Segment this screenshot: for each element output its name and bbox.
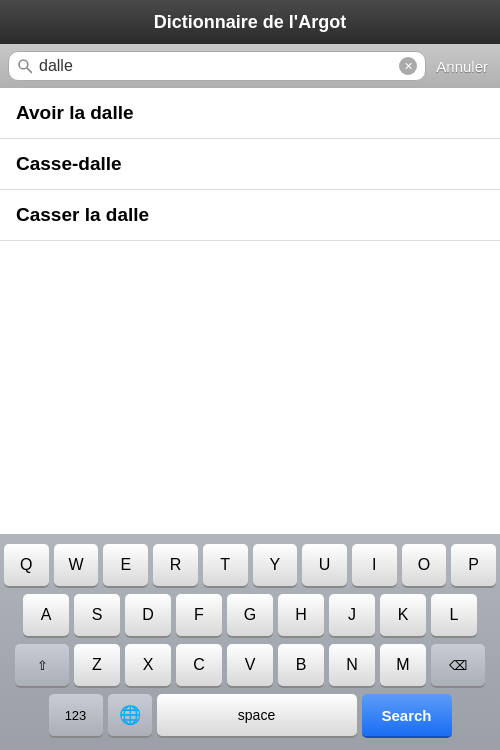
key-e[interactable]: E <box>103 544 148 586</box>
key-l[interactable]: L <box>431 594 477 636</box>
key-z[interactable]: Z <box>74 644 120 686</box>
key-d[interactable]: D <box>125 594 171 636</box>
key-y[interactable]: Y <box>253 544 298 586</box>
result-label: Casse-dalle <box>16 153 122 174</box>
search-input[interactable] <box>39 57 393 75</box>
key-s[interactable]: S <box>74 594 120 636</box>
key-h[interactable]: H <box>278 594 324 636</box>
key-i[interactable]: I <box>352 544 397 586</box>
key-b[interactable]: B <box>278 644 324 686</box>
key-a[interactable]: A <box>23 594 69 636</box>
key-r[interactable]: R <box>153 544 198 586</box>
result-label: Casser la dalle <box>16 204 149 225</box>
key-q[interactable]: Q <box>4 544 49 586</box>
key-u[interactable]: U <box>302 544 347 586</box>
numbers-key[interactable]: 123 <box>49 694 103 736</box>
key-f[interactable]: F <box>176 594 222 636</box>
key-n[interactable]: N <box>329 644 375 686</box>
key-j[interactable]: J <box>329 594 375 636</box>
key-v[interactable]: V <box>227 644 273 686</box>
key-w[interactable]: W <box>54 544 99 586</box>
results-list: Avoir la dalleCasse-dalleCasser la dalle <box>0 88 500 241</box>
shift-key[interactable]: ⇧ <box>15 644 69 686</box>
key-g[interactable]: G <box>227 594 273 636</box>
key-m[interactable]: M <box>380 644 426 686</box>
key-x[interactable]: X <box>125 644 171 686</box>
svg-line-1 <box>27 68 31 72</box>
cancel-button[interactable]: Annuler <box>432 58 492 75</box>
search-input-wrapper <box>8 51 426 81</box>
title-bar: Dictionnaire de l'Argot <box>0 0 500 44</box>
key-p[interactable]: P <box>451 544 496 586</box>
search-bar: Annuler <box>0 44 500 88</box>
search-icon <box>17 58 33 74</box>
result-item[interactable]: Avoir la dalle <box>0 88 500 139</box>
key-o[interactable]: O <box>402 544 447 586</box>
globe-key[interactable]: 🌐 <box>108 694 152 736</box>
search-key[interactable]: Search <box>362 694 452 736</box>
result-label: Avoir la dalle <box>16 102 134 123</box>
key-t[interactable]: T <box>203 544 248 586</box>
keyboard: QWERTYUIOPASDFGHJKL⇧ZXCVBNM⌫123🌐spaceSea… <box>0 534 500 750</box>
key-c[interactable]: C <box>176 644 222 686</box>
result-item[interactable]: Casse-dalle <box>0 139 500 190</box>
clear-button[interactable] <box>399 57 417 75</box>
delete-key[interactable]: ⌫ <box>431 644 485 686</box>
space-key[interactable]: space <box>157 694 357 736</box>
result-item[interactable]: Casser la dalle <box>0 190 500 241</box>
app-title: Dictionnaire de l'Argot <box>154 12 346 33</box>
key-k[interactable]: K <box>380 594 426 636</box>
